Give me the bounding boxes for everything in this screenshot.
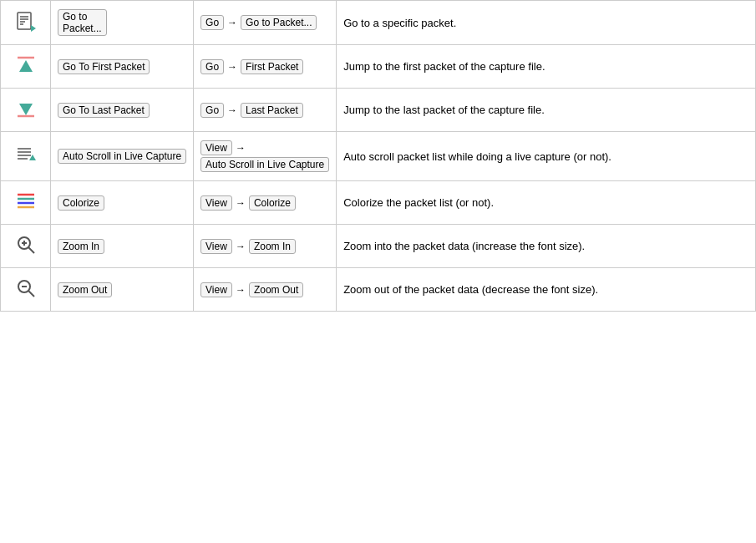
row-colorize: Colorize View → Colorize Colorize the pa… (1, 181, 756, 225)
colorize-icon (14, 203, 38, 216)
menu-first-packet-kbd: First Packet (241, 59, 303, 74)
arrow-icon-autoscroll: → (236, 142, 246, 154)
arrow-icon-first: → (227, 61, 237, 73)
shortcut-cell-colorize: Colorize (51, 181, 194, 225)
menu-cell-zoom-in: View → Zoom In (194, 225, 337, 268)
icon-cell-goto-packet (1, 1, 51, 45)
menu-go-kbd-first: Go (200, 59, 224, 74)
menu-colorize: View → Colorize (200, 195, 296, 211)
menu-cell-goto-last: Go → Last Packet (194, 89, 337, 132)
menu-zoom-in-kbd: Zoom In (249, 239, 296, 254)
menu-view-kbd-zoom-in: View (200, 239, 232, 254)
arrow-icon: → (227, 17, 237, 28)
arrow-icon-last: → (227, 104, 237, 116)
desc-zoom-out: Zoom out of the packet data (decrease th… (337, 268, 756, 312)
icon-cell-goto-first (1, 45, 51, 89)
desc-zoom-in: Zoom into the packet data (increase the … (337, 225, 756, 268)
menu-zoom-in: View → Zoom In (200, 239, 296, 254)
arrow-icon-zoom-out: → (236, 284, 246, 296)
menu-cell-zoom-out: View → Zoom Out (194, 268, 337, 312)
desc-goto-last: Jump to the last packet of the capture f… (337, 89, 756, 132)
autoscroll-icon (14, 157, 38, 170)
arrow-icon-colorize: → (236, 197, 246, 209)
menu-autoscroll: View → Auto Scroll in Live Capture (200, 140, 329, 172)
desc-autoscroll: Auto scroll packet list while doing a li… (337, 132, 756, 181)
menu-zoom-out: View → Zoom Out (200, 282, 303, 297)
desc-colorize: Colorize the packet list (or not). (337, 181, 756, 225)
shortcut-cell-goto-first: Go To First Packet (51, 45, 194, 89)
svg-line-22 (28, 247, 34, 253)
menu-cell-goto-packet: Go → Go to Packet... (194, 1, 337, 45)
menu-go-kbd-last: Go (200, 103, 224, 118)
goto-first-icon (14, 67, 38, 79)
shortcut-kbd-zoom-in: Zoom In (58, 239, 104, 254)
menu-go-kbd: Go (200, 15, 224, 30)
svg-line-25 (28, 291, 34, 297)
menu-goto-packet: Go → Go to Packet... (200, 15, 317, 30)
row-zoom-out: Zoom Out View → Zoom Out Zoom out of the… (1, 268, 756, 312)
menu-goto-last: Go → Last Packet (200, 103, 303, 118)
icon-cell-zoom-out (1, 268, 51, 312)
menu-goto-first: Go → First Packet (200, 59, 303, 74)
svg-rect-0 (18, 13, 31, 29)
shortcut-kbd-goto-packet: Go toPacket... (58, 9, 107, 36)
shortcut-cell-goto-packet: Go toPacket... (51, 1, 194, 45)
goto-packet-icon (14, 23, 38, 36)
zoom-in-icon (14, 246, 38, 259)
row-zoom-in: Zoom In View → Zoom In Zoom into the pac… (1, 225, 756, 268)
menu-view-kbd-colorize: View (200, 195, 232, 211)
menu-zoom-out-kbd: Zoom Out (249, 282, 303, 297)
shortcut-kbd-autoscroll: Auto Scroll in Live Capture (58, 149, 186, 164)
svg-marker-7 (19, 60, 33, 72)
desc-goto-packet: Go to a specific packet. (337, 1, 756, 45)
menu-view-kbd-zoom-out: View (200, 282, 232, 297)
menu-cell-autoscroll: View → Auto Scroll in Live Capture (194, 132, 337, 181)
row-goto-last: Go To Last Packet Go → Last Packet Jump … (1, 89, 756, 132)
row-goto-packet: Go toPacket... Go → Go to Packet... Go t… (1, 1, 756, 45)
menu-autoscroll-kbd: Auto Scroll in Live Capture (200, 157, 329, 172)
menu-goto-packet-kbd: Go to Packet... (241, 15, 317, 30)
goto-last-icon (14, 110, 38, 123)
row-autoscroll: Auto Scroll in Live Capture View → Auto … (1, 132, 756, 181)
shortcut-cell-autoscroll: Auto Scroll in Live Capture (51, 132, 194, 181)
shortcut-cell-zoom-out: Zoom Out (51, 268, 194, 312)
shortcut-kbd-colorize: Colorize (58, 195, 104, 211)
shortcut-cell-zoom-in: Zoom In (51, 225, 194, 268)
shortcut-cell-goto-last: Go To Last Packet (51, 89, 194, 132)
icon-cell-colorize (1, 181, 51, 225)
svg-marker-8 (19, 104, 33, 115)
menu-last-packet-kbd: Last Packet (241, 103, 303, 118)
icon-cell-autoscroll (1, 132, 51, 181)
zoom-out-icon (14, 290, 38, 302)
menu-view-kbd-autoscroll: View (200, 140, 232, 155)
menu-cell-goto-first: Go → First Packet (194, 45, 337, 89)
menu-cell-colorize: View → Colorize (194, 181, 337, 225)
row-goto-first: Go To First Packet Go → First Packet Jum… (1, 45, 756, 89)
menu-colorize-kbd: Colorize (249, 195, 296, 211)
desc-goto-first: Jump to the first packet of the capture … (337, 45, 756, 89)
arrow-icon-zoom-in: → (236, 241, 246, 252)
shortcut-kbd-goto-first: Go To First Packet (58, 59, 150, 74)
icon-cell-goto-last (1, 89, 51, 132)
shortcut-kbd-goto-last: Go To Last Packet (58, 103, 150, 118)
svg-marker-5 (31, 25, 36, 32)
shortcut-kbd-zoom-out: Zoom Out (58, 282, 112, 297)
icon-cell-zoom-in (1, 225, 51, 268)
